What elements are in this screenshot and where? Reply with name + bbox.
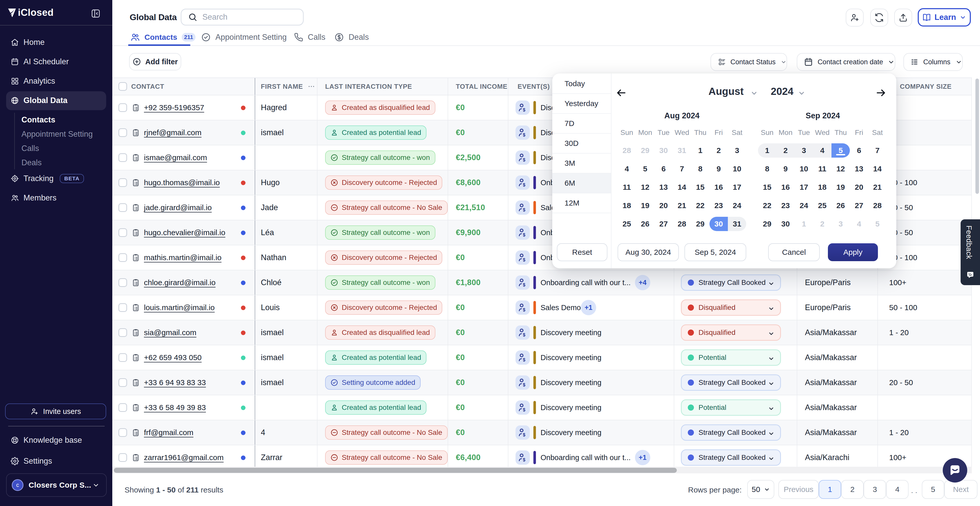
svg-text:$: $ [523, 432, 525, 438]
svg-text:$: $ [523, 307, 525, 312]
svg-text:$: $ [523, 282, 525, 287]
svg-text:$: $ [523, 232, 525, 238]
svg-text:$: $ [523, 357, 525, 362]
svg-text:$: $ [523, 382, 525, 387]
svg-text:$: $ [523, 157, 525, 162]
svg-text:$: $ [523, 207, 525, 213]
svg-text:$: $ [523, 332, 525, 338]
svg-text:$: $ [523, 182, 525, 187]
svg-text:$: $ [523, 107, 525, 113]
svg-text:$: $ [523, 257, 525, 262]
svg-text:$: $ [523, 457, 525, 462]
svg-text:$: $ [523, 132, 525, 138]
svg-text:$: $ [523, 407, 525, 412]
